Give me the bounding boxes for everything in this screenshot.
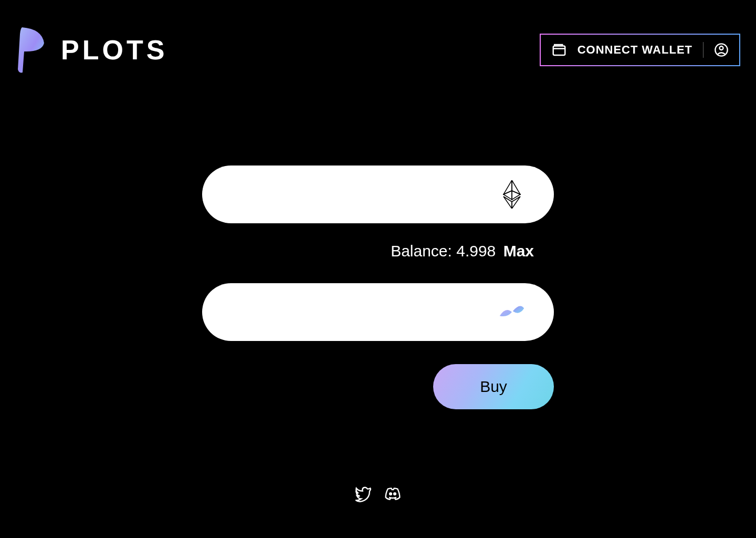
to-amount-input[interactable]: [234, 303, 528, 322]
plots-logo-icon: [16, 26, 46, 74]
connect-wallet-button[interactable]: CONNECT WALLET: [540, 34, 740, 66]
to-amount-input-container: [202, 283, 554, 341]
balance-row: Balance: 4.998 Max: [202, 223, 554, 283]
balance-label: Balance:: [391, 242, 452, 260]
divider: [703, 42, 704, 58]
svg-point-2: [720, 46, 723, 50]
from-amount-input-container: [202, 165, 554, 223]
button-row: Buy: [202, 364, 554, 409]
main-content: Balance: 4.998 Max: [0, 165, 756, 409]
balance-value: 4.998: [456, 242, 496, 260]
svg-rect-0: [553, 46, 565, 56]
discord-icon[interactable]: [384, 485, 401, 502]
connect-wallet-label: CONNECT WALLET: [578, 43, 692, 57]
buy-button[interactable]: Buy: [433, 364, 554, 409]
from-amount-input[interactable]: [234, 185, 528, 204]
header: PLOTS CONNECT WALLET: [0, 0, 756, 74]
balance-display: Balance: 4.998 Max: [391, 242, 534, 260]
swap-form: Balance: 4.998 Max: [202, 165, 554, 409]
footer-socials: [355, 485, 401, 502]
logo[interactable]: PLOTS: [16, 26, 167, 74]
ethereum-icon: [499, 181, 525, 208]
svg-point-4: [394, 493, 396, 495]
max-button[interactable]: Max: [503, 242, 534, 260]
twitter-icon[interactable]: [355, 485, 372, 502]
logo-text: PLOTS: [61, 34, 167, 66]
wallet-icon: [551, 42, 567, 58]
plots-token-icon: [499, 299, 525, 325]
user-icon: [714, 43, 729, 57]
svg-point-3: [390, 493, 392, 495]
